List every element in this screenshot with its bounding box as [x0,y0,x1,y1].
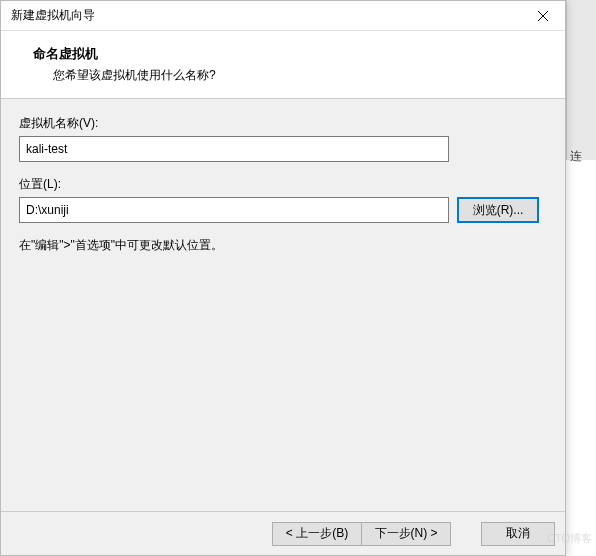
close-icon [538,11,548,21]
content-area: 虚拟机名称(V): 位置(L): 浏览(R)... 在"编辑">"首选项"中可更… [1,99,565,511]
location-row: 浏览(R)... [19,197,547,223]
header-title: 命名虚拟机 [33,45,543,63]
location-label: 位置(L): [19,176,547,193]
vm-name-input[interactable] [19,136,449,162]
nav-button-group: < 上一步(B) 下一步(N) > [272,522,451,546]
hint-text: 在"编辑">"首选项"中可更改默认位置。 [19,237,547,254]
wizard-dialog: 新建虚拟机向导 命名虚拟机 您希望该虚拟机使用什么名称? 虚拟机名称(V): 位… [0,0,566,556]
header-panel: 命名虚拟机 您希望该虚拟机使用什么名称? [1,31,565,99]
background-panel-fragment: 连 [566,0,596,160]
titlebar: 新建虚拟机向导 [1,1,565,31]
footer-bar: < 上一步(B) 下一步(N) > 取消 [1,511,565,555]
window-title: 新建虚拟机向导 [11,7,95,24]
header-subtitle: 您希望该虚拟机使用什么名称? [53,67,543,84]
vm-name-label: 虚拟机名称(V): [19,115,547,132]
close-button[interactable] [520,1,565,31]
vm-name-row [19,136,547,162]
browse-button[interactable]: 浏览(R)... [457,197,539,223]
next-button[interactable]: 下一步(N) > [361,522,451,546]
back-button[interactable]: < 上一步(B) [272,522,362,546]
location-input[interactable] [19,197,449,223]
cancel-button[interactable]: 取消 [481,522,555,546]
